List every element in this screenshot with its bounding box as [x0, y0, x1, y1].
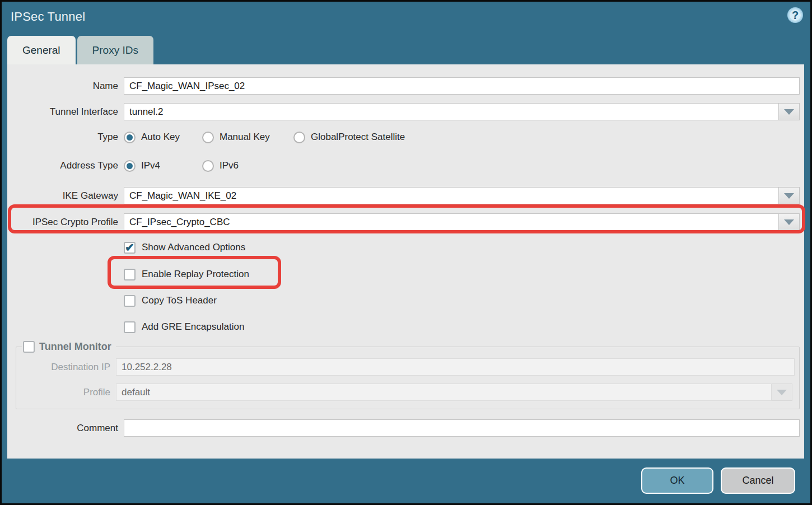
profile-label: Profile — [16, 387, 110, 398]
address-type-label: Address Type — [7, 160, 118, 171]
type-label: Type — [7, 132, 118, 143]
ipsec-crypto-profile-label: IPSec Crypto Profile — [7, 217, 118, 228]
chevron-down-icon — [784, 219, 794, 225]
name-label: Name — [7, 81, 118, 92]
destination-ip-input — [116, 358, 795, 376]
address-type-row: Address Type IPv4 IPv6 — [7, 158, 804, 173]
name-input[interactable] — [124, 77, 800, 95]
tunnel-monitor-fieldset: Tunnel Monitor Destination IP Profile — [16, 341, 800, 409]
copy-tos-header-checkbox[interactable] — [124, 295, 136, 307]
name-row: Name — [7, 77, 804, 95]
chevron-down-icon — [784, 109, 794, 115]
profile-row: Profile — [16, 384, 799, 401]
ike-gateway-row: IKE Gateway — [7, 187, 804, 204]
help-icon[interactable]: ? — [787, 7, 803, 23]
tunnel-interface-row: Tunnel Interface — [7, 103, 804, 120]
auto-key-radio[interactable] — [124, 132, 136, 143]
type-option-globalprotect-satellite[interactable]: GlobalProtect Satellite — [293, 132, 405, 143]
manual-key-radio[interactable] — [202, 132, 214, 143]
ipsec-tunnel-dialog: IPSec Tunnel ? General Proxy IDs Name Tu… — [0, 0, 812, 505]
tunnel-monitor-checkbox[interactable] — [23, 341, 35, 353]
ok-button[interactable]: OK — [641, 467, 713, 494]
comment-row: Comment — [7, 419, 804, 437]
ipsec-crypto-profile-input[interactable] — [124, 213, 779, 231]
add-gre-encapsulation-checkbox[interactable] — [124, 321, 136, 333]
tunnel-interface-dropdown-button[interactable] — [779, 103, 800, 120]
tunnel-interface-label: Tunnel Interface — [7, 106, 118, 118]
ike-gateway-dropdown-button[interactable] — [779, 187, 800, 204]
ipv6-radio[interactable] — [202, 160, 214, 172]
show-advanced-options-row[interactable]: Show Advanced Options — [7, 240, 804, 255]
chevron-down-icon — [784, 193, 794, 199]
profile-dropdown-button — [772, 384, 792, 401]
comment-label: Comment — [7, 423, 118, 434]
ike-gateway-label: IKE Gateway — [7, 190, 118, 202]
destination-ip-row: Destination IP — [16, 358, 799, 376]
tab-general[interactable]: General — [7, 36, 76, 64]
general-tab-panel: Name Tunnel Interface Type Auto Key — [7, 64, 804, 459]
comment-input[interactable] — [124, 419, 800, 437]
add-gre-encapsulation-row[interactable]: Add GRE Encapsulation — [7, 320, 804, 334]
tunnel-interface-input[interactable] — [124, 103, 779, 120]
tunnel-monitor-legend: Tunnel Monitor — [22, 341, 116, 353]
ike-gateway-input[interactable] — [124, 187, 779, 204]
globalprotect-satellite-radio[interactable] — [293, 132, 305, 143]
tab-proxy-ids[interactable]: Proxy IDs — [77, 36, 153, 64]
show-advanced-options-checkbox[interactable] — [124, 242, 136, 254]
address-type-option-ipv4[interactable]: IPv4 — [124, 160, 202, 172]
ipsec-crypto-profile-dropdown-button[interactable] — [779, 213, 800, 231]
type-row: Type Auto Key Manual Key GlobalProtect S… — [7, 130, 804, 144]
address-type-option-ipv6[interactable]: IPv6 — [202, 160, 239, 172]
cancel-button[interactable]: Cancel — [721, 467, 795, 494]
dialog-titlebar: IPSec Tunnel ? — [2, 2, 810, 36]
type-option-auto-key[interactable]: Auto Key — [124, 132, 202, 143]
destination-ip-label: Destination IP — [16, 362, 110, 373]
tab-bar: General Proxy IDs — [7, 36, 153, 64]
chevron-down-icon — [777, 390, 787, 395]
enable-replay-protection-checkbox[interactable] — [124, 269, 136, 280]
profile-input — [116, 384, 772, 401]
ipsec-crypto-profile-row: IPSec Crypto Profile — [7, 213, 804, 231]
type-option-manual-key[interactable]: Manual Key — [202, 132, 293, 143]
dialog-title: IPSec Tunnel — [11, 10, 85, 24]
ipv4-radio[interactable] — [124, 160, 136, 172]
enable-replay-protection-row[interactable]: Enable Replay Protection — [7, 267, 804, 282]
copy-tos-header-row[interactable]: Copy ToS Header — [7, 293, 804, 308]
